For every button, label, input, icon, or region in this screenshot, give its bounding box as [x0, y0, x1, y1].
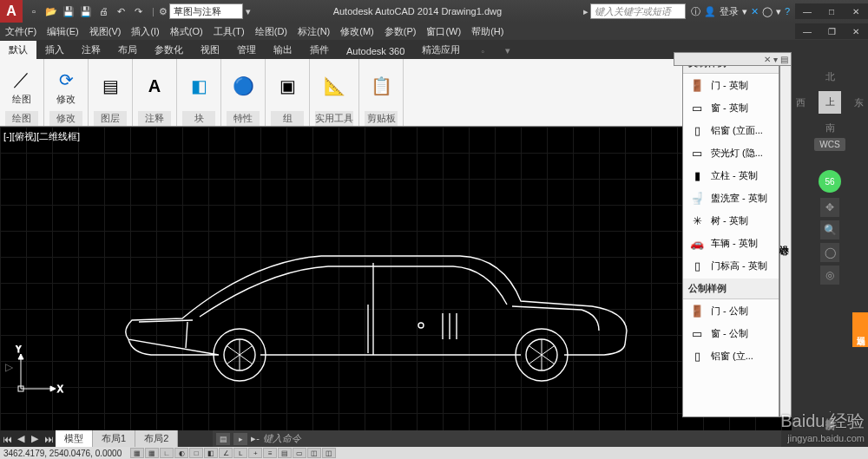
menu-modify[interactable]: 修改(M): [335, 25, 379, 38]
qat-undo-icon[interactable]: ↶: [113, 3, 128, 19]
qat-saveas-icon[interactable]: 💾: [78, 3, 94, 19]
paste-button[interactable]: 📋: [365, 71, 398, 101]
infocenter-icon[interactable]: ⓘ: [691, 5, 700, 18]
tab-default[interactable]: 默认: [0, 41, 36, 59]
green-badge[interactable]: 56: [819, 170, 841, 193]
palette-close-icon[interactable]: ✕: [764, 55, 771, 64]
lwt-toggle[interactable]: ≡: [263, 448, 277, 458]
zoom-icon[interactable]: 🔍: [820, 220, 839, 239]
viewport-label[interactable]: [-][俯视][二维线框]: [3, 130, 80, 143]
palette-item[interactable]: ▭荧光灯 (隐...: [683, 141, 779, 164]
ltab-prev-icon[interactable]: ◀: [14, 430, 28, 447]
palette-item[interactable]: 🚪门 - 公制: [683, 299, 779, 322]
menu-window[interactable]: 窗口(W): [421, 25, 466, 38]
qat-redo-icon[interactable]: ↷: [130, 3, 146, 19]
palette-item[interactable]: ▭窗 - 公制: [683, 322, 779, 344]
3dosnap-toggle[interactable]: ◧: [204, 448, 218, 458]
group-button[interactable]: ▣: [271, 71, 304, 101]
viewcube-top[interactable]: 上: [819, 91, 841, 114]
menu-tools[interactable]: 工具(T): [208, 25, 250, 38]
tab-featured[interactable]: 精选应用: [413, 41, 469, 59]
help-caret-icon[interactable]: ▾: [776, 6, 781, 17]
wcs-badge[interactable]: WCS: [814, 138, 845, 151]
dyn-toggle[interactable]: +: [248, 448, 262, 458]
tab-a360[interactable]: Autodesk 360: [338, 43, 413, 59]
menu-insert[interactable]: 插入(I): [126, 25, 164, 38]
tab-manage[interactable]: 管理: [228, 41, 265, 59]
palette-item[interactable]: 🚗车辆 - 英制: [683, 232, 779, 254]
otrack-toggle[interactable]: ∠: [219, 448, 233, 458]
tab-layout[interactable]: 布局: [109, 41, 146, 59]
palette-grip[interactable]: 设计中心: [779, 52, 792, 417]
layers-button[interactable]: ▤: [94, 71, 127, 101]
ltab-first-icon[interactable]: ⏮: [0, 430, 14, 447]
viewcube-area[interactable]: 北 南 西 东 上 WCS: [792, 52, 868, 165]
close-button[interactable]: ✕: [844, 3, 868, 19]
tab-insert[interactable]: 插入: [36, 41, 73, 59]
tab-bullet-icon[interactable]: ◦: [472, 43, 493, 59]
login-user-icon[interactable]: 👤: [704, 6, 716, 17]
pan-icon[interactable]: ✥: [820, 198, 839, 217]
polar-toggle[interactable]: ◐: [174, 448, 188, 458]
menu-view[interactable]: 视图(V): [84, 25, 127, 38]
menu-param[interactable]: 参数(P): [379, 25, 422, 38]
palette-item[interactable]: ▮立柱 - 英制: [683, 164, 779, 187]
ltab-next-icon[interactable]: ▶: [28, 430, 42, 447]
menu-format[interactable]: 格式(O): [165, 25, 208, 38]
modify-button[interactable]: ⟳ 修改: [49, 65, 82, 108]
maximize-button[interactable]: □: [819, 3, 844, 19]
qp-toggle[interactable]: ▭: [293, 448, 306, 458]
menu-draw[interactable]: 绘图(D): [250, 25, 293, 38]
cmd-history-icon[interactable]: ▤: [216, 433, 230, 445]
layout-tab-1[interactable]: 布局1: [93, 430, 135, 447]
text-button[interactable]: A: [138, 71, 171, 101]
tab-plugins[interactable]: 插件: [301, 41, 338, 59]
tab-output[interactable]: 输出: [265, 41, 301, 59]
minimize-button[interactable]: —: [795, 3, 819, 19]
tab-minimize-icon[interactable]: ▾: [496, 43, 519, 59]
ltab-last-icon[interactable]: ⏭: [42, 430, 56, 447]
menu-help[interactable]: 帮助(H): [466, 25, 509, 38]
sc-toggle[interactable]: ◫: [307, 448, 321, 458]
palette-item[interactable]: ▯门标高 - 英制: [683, 254, 779, 277]
grid-toggle[interactable]: ▦: [145, 448, 159, 458]
exchange-icon[interactable]: ✕: [751, 6, 759, 17]
mdi-minimize-button[interactable]: —: [795, 23, 819, 39]
block-button[interactable]: ◧: [182, 71, 215, 101]
palette-item[interactable]: 🚪门 - 英制: [683, 74, 779, 96]
palette-item[interactable]: ✳树 - 英制: [683, 209, 779, 232]
menu-dim[interactable]: 标注(N): [293, 25, 335, 38]
orange-tab[interactable]: 返回场: [852, 312, 868, 347]
login-label[interactable]: 登录: [720, 5, 739, 18]
props-button[interactable]: 🔵: [227, 71, 260, 101]
layout-tab-model[interactable]: 模型: [56, 430, 93, 447]
mdi-close-button[interactable]: ✕: [844, 23, 868, 39]
cmd-recent-icon[interactable]: ▸: [233, 433, 247, 445]
qat-open-icon[interactable]: 📂: [43, 3, 59, 19]
palette-pin-icon[interactable]: ▾: [773, 55, 778, 64]
qat-new-icon[interactable]: ▫: [26, 3, 42, 19]
palette-item[interactable]: ▭窗 - 英制: [683, 96, 779, 119]
help-icon[interactable]: ?: [785, 6, 790, 16]
menu-file[interactable]: 文件(F): [0, 25, 42, 38]
ducs-toggle[interactable]: L: [233, 448, 247, 458]
palette-item[interactable]: ▯铝窗 (立...: [683, 344, 779, 367]
osnap-toggle[interactable]: □: [189, 448, 203, 458]
palette-item[interactable]: 🚽盥洗室 - 英制: [683, 187, 779, 209]
palette-menu-icon[interactable]: ▤: [780, 55, 788, 64]
menu-edit[interactable]: 编辑(E): [42, 25, 84, 38]
a360-icon[interactable]: ◯: [762, 6, 773, 17]
palette-item[interactable]: ▯铝窗 (立面...: [683, 119, 779, 141]
snap-toggle[interactable]: ▦: [130, 448, 144, 458]
layout-tab-2[interactable]: 布局2: [135, 430, 178, 447]
workspace-combo[interactable]: 草图与注释: [169, 3, 243, 19]
am-toggle[interactable]: ◫: [322, 448, 336, 458]
tpy-toggle[interactable]: ▤: [278, 448, 292, 458]
qat-more-icon[interactable]: ▾: [243, 6, 253, 17]
search-caret-icon[interactable]: ▸: [582, 6, 590, 17]
qat-plot-icon[interactable]: 🖨: [95, 3, 111, 19]
login-caret-icon[interactable]: ▾: [742, 6, 747, 17]
command-line[interactable]: ▤ ▸ ▸- 键入命令: [213, 430, 781, 447]
steering-icon[interactable]: ◎: [820, 266, 839, 285]
qat-save-icon[interactable]: 💾: [61, 3, 76, 19]
